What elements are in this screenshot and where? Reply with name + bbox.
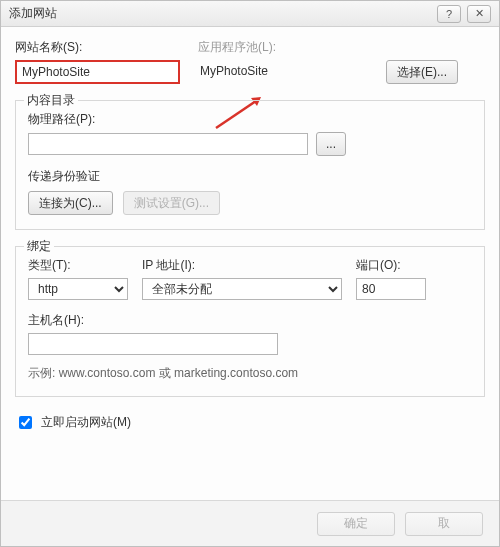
- cancel-button[interactable]: 取: [405, 512, 483, 536]
- port-label: 端口(O):: [356, 257, 426, 274]
- passthrough-auth-label: 传递身份验证: [28, 168, 472, 185]
- port-input[interactable]: [356, 278, 426, 300]
- close-button[interactable]: ✕: [467, 5, 491, 23]
- binding-group: 绑定 类型(T): http IP 地址(I): 全部未分配 端口(O):: [15, 246, 485, 397]
- ip-address-label: IP 地址(I):: [142, 257, 342, 274]
- connect-as-button[interactable]: 连接为(C)...: [28, 191, 113, 215]
- content-directory-group: 内容目录 物理路径(P): ... 传递身份验证 连接为(C)... 测试设置(…: [15, 100, 485, 230]
- add-website-dialog: 添加网站 ? ✕ 网站名称(S): 应用程序池(L): 选择(E)... 内容目…: [0, 0, 500, 547]
- select-pool-button[interactable]: 选择(E)...: [386, 60, 458, 84]
- app-pool-display: [198, 60, 368, 82]
- start-immediately-label: 立即启动网站(M): [41, 414, 131, 431]
- ok-button[interactable]: 确定: [317, 512, 395, 536]
- start-immediately-input[interactable]: [19, 416, 32, 429]
- help-button[interactable]: ?: [437, 5, 461, 23]
- hostname-label: 主机名(H):: [28, 312, 278, 329]
- binding-type-label: 类型(T):: [28, 257, 128, 274]
- physical-path-label: 物理路径(P):: [28, 111, 472, 128]
- hostname-example: 示例: www.contoso.com 或 marketing.contoso.…: [28, 365, 472, 382]
- site-name-label: 网站名称(S):: [15, 39, 180, 56]
- binding-legend: 绑定: [24, 238, 54, 255]
- dialog-content: 网站名称(S): 应用程序池(L): 选择(E)... 内容目录 物理路径(P)…: [1, 27, 499, 440]
- ip-address-select[interactable]: 全部未分配: [142, 278, 342, 300]
- browse-path-button[interactable]: ...: [316, 132, 346, 156]
- app-pool-label: 应用程序池(L):: [198, 39, 368, 56]
- test-settings-button[interactable]: 测试设置(G)...: [123, 191, 220, 215]
- start-immediately-checkbox[interactable]: 立即启动网站(M): [15, 413, 485, 432]
- hostname-input[interactable]: [28, 333, 278, 355]
- site-name-input[interactable]: [15, 60, 180, 84]
- dialog-footer: 确定 取: [1, 500, 499, 546]
- binding-type-select[interactable]: http: [28, 278, 128, 300]
- titlebar: 添加网站 ? ✕: [1, 1, 499, 27]
- window-title: 添加网站: [9, 5, 431, 22]
- content-directory-legend: 内容目录: [24, 92, 78, 109]
- physical-path-input[interactable]: [28, 133, 308, 155]
